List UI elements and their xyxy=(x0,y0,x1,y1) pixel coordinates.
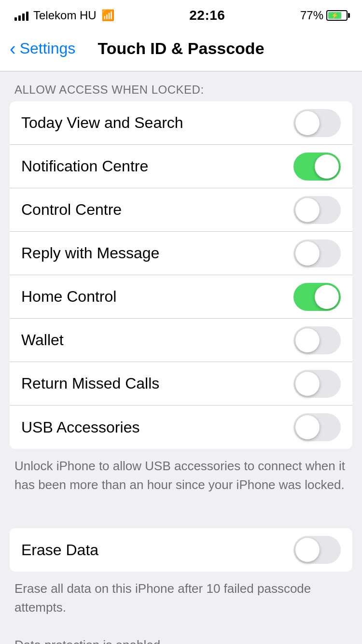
toggle-knob-control-centre xyxy=(295,198,320,222)
toggle-notification-centre[interactable] xyxy=(293,153,341,181)
toggle-knob-erase-data xyxy=(295,538,320,562)
toggle-knob-usb-accessories xyxy=(295,415,320,439)
row-erase-data: Erase Data xyxy=(10,528,352,572)
erase-data-card: Erase Data xyxy=(10,528,352,572)
page-title: Touch ID & Passcode xyxy=(87,39,275,58)
allow-section-label: ALLOW ACCESS WHEN LOCKED: xyxy=(0,71,362,101)
battery-container: 77% ⚡ xyxy=(300,9,348,22)
toggle-usb-accessories[interactable] xyxy=(293,413,341,441)
label-reply-with-message: Reply with Message xyxy=(21,244,159,262)
toggle-knob-wallet xyxy=(295,328,320,352)
toggle-reply-with-message[interactable] xyxy=(293,239,341,267)
label-return-missed-calls: Return Missed Calls xyxy=(21,375,159,392)
toggle-control-centre[interactable] xyxy=(293,196,341,224)
battery-icon: ⚡ xyxy=(326,10,348,21)
toggle-wallet[interactable] xyxy=(293,326,341,354)
toggle-knob-home-control xyxy=(315,285,339,309)
row-return-missed-calls: Return Missed Calls xyxy=(10,362,352,406)
battery-fill: ⚡ xyxy=(328,12,341,19)
nav-bar: ‹ Settings Touch ID & Passcode xyxy=(0,29,362,71)
label-usb-accessories: USB Accessories xyxy=(21,419,139,436)
label-notification-centre: Notification Centre xyxy=(21,157,148,175)
charging-bolt-icon: ⚡ xyxy=(331,12,338,19)
row-reply-with-message: Reply with Message xyxy=(10,232,352,275)
erase-description: Erase all data on this iPhone after 10 f… xyxy=(0,572,362,644)
label-erase-data: Erase Data xyxy=(21,541,98,559)
toggle-today-view[interactable] xyxy=(293,109,341,137)
data-protection-note: Data protection is enabled. xyxy=(14,638,164,644)
label-control-centre: Control Centre xyxy=(21,201,122,219)
label-wallet: Wallet xyxy=(21,331,64,349)
toggle-knob-return-missed-calls xyxy=(295,372,320,396)
toggle-knob-reply-with-message xyxy=(295,241,320,266)
label-home-control: Home Control xyxy=(21,288,116,306)
wifi-icon: 📶 xyxy=(101,9,114,22)
signal-bars-icon xyxy=(14,10,28,21)
row-usb-accessories: USB Accessories xyxy=(10,406,352,449)
carrier-label: Telekom HU xyxy=(33,9,97,22)
status-left: Telekom HU 📶 xyxy=(14,9,114,22)
row-wallet: Wallet xyxy=(10,319,352,362)
status-right: 77% ⚡ xyxy=(300,9,348,22)
status-time: 22:16 xyxy=(189,8,225,23)
back-chevron-icon: ‹ xyxy=(10,40,16,58)
status-bar: Telekom HU 📶 22:16 77% ⚡ xyxy=(0,0,362,29)
toggle-erase-data[interactable] xyxy=(293,536,341,564)
back-button[interactable]: ‹ Settings xyxy=(10,40,87,58)
row-notification-centre: Notification Centre xyxy=(10,145,352,188)
toggle-return-missed-calls[interactable] xyxy=(293,370,341,398)
row-today-view: Today View and Search xyxy=(10,101,352,145)
label-today-view: Today View and Search xyxy=(21,114,183,132)
battery-percent: 77% xyxy=(300,9,323,22)
toggle-knob-today-view xyxy=(295,111,320,135)
usb-description: Unlock iPhone to allow USB accessories t… xyxy=(0,449,362,509)
toggle-knob-notification-centre xyxy=(315,154,339,179)
row-home-control: Home Control xyxy=(10,275,352,319)
allow-access-card: Today View and SearchNotification Centre… xyxy=(10,101,352,449)
toggle-home-control[interactable] xyxy=(293,283,341,311)
row-control-centre: Control Centre xyxy=(10,188,352,232)
back-label: Settings xyxy=(20,40,76,57)
